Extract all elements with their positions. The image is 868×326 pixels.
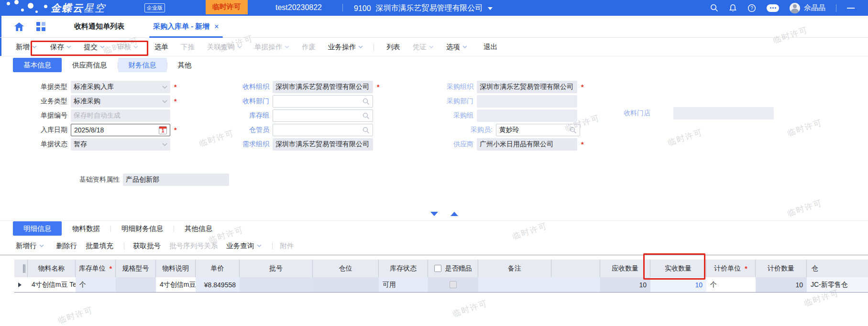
recv-dept-lookup[interactable] bbox=[273, 95, 373, 108]
cell-is-gift[interactable] bbox=[428, 277, 478, 292]
cell-recv-qty[interactable]: 10 bbox=[600, 277, 650, 292]
assistant-icon[interactable] bbox=[767, 4, 779, 12]
voucher-button[interactable]: 凭证 bbox=[413, 43, 434, 52]
field-label[interactable]: 收料组织 bbox=[206, 83, 273, 91]
col-actual-qty[interactable]: 实收数量 bbox=[650, 260, 706, 277]
user-menu[interactable]: 佘晶晶 bbox=[790, 3, 825, 13]
col-price-qty[interactable]: 计价数量 bbox=[756, 260, 807, 277]
grid-data-row[interactable]: 4寸创信m豆 Test 个 4寸创信m豆 Test ¥8.849558 可用 1… bbox=[14, 277, 868, 293]
cell-spec-model[interactable] bbox=[116, 277, 156, 292]
field-label[interactable]: 需求组织 bbox=[206, 140, 273, 149]
search-icon[interactable] bbox=[363, 112, 370, 120]
biz-query-button[interactable]: 业务查询 bbox=[227, 241, 262, 250]
col-recv-qty[interactable]: 应收数量 bbox=[600, 260, 650, 277]
calendar-icon[interactable]: 1 bbox=[159, 126, 167, 134]
search-icon[interactable] bbox=[710, 4, 718, 12]
col-stock-status[interactable]: 库存状态 bbox=[379, 260, 428, 277]
checkbox[interactable] bbox=[434, 265, 441, 272]
inbound-date-input[interactable]: 2025/8/18 1 bbox=[71, 124, 170, 136]
chevron-down-icon[interactable] bbox=[66, 45, 71, 48]
field-label[interactable]: 供应商 bbox=[411, 140, 477, 149]
field-label[interactable]: 采购员: bbox=[411, 126, 496, 134]
cell-remark[interactable] bbox=[478, 277, 551, 292]
biz-type-select[interactable]: 标准采购 bbox=[71, 95, 170, 108]
chevron-down-icon[interactable] bbox=[462, 45, 467, 48]
tab-detail-finance-info[interactable]: 明细财务信息 bbox=[111, 221, 174, 236]
chevron-down-icon[interactable] bbox=[257, 244, 262, 247]
attachment-button[interactable]: 附件 bbox=[280, 241, 294, 250]
col-remark[interactable]: 备注 bbox=[478, 260, 551, 277]
tab-detail-info[interactable]: 明细信息 bbox=[13, 221, 62, 236]
doc-operations-button[interactable]: 单据操作 bbox=[254, 43, 289, 52]
delete-row-button[interactable]: 删除行 bbox=[56, 241, 77, 250]
col-bin[interactable]: 仓位 bbox=[313, 260, 379, 277]
options-button[interactable]: 选项 bbox=[446, 43, 467, 52]
audit-button[interactable]: 审核 bbox=[117, 43, 138, 52]
save-button[interactable]: 保存 bbox=[50, 43, 71, 52]
tab-other-info[interactable]: 其他信息 bbox=[174, 221, 223, 236]
notification-bell-icon[interactable] bbox=[729, 4, 737, 12]
submit-button[interactable]: 提交 bbox=[84, 43, 105, 52]
void-button[interactable]: 作废 bbox=[302, 43, 316, 52]
close-tab-icon[interactable]: × bbox=[214, 22, 219, 31]
cell-price-qty[interactable]: 10 bbox=[756, 277, 807, 292]
doc-status-select[interactable]: 暂存 bbox=[71, 138, 170, 151]
help-icon[interactable]: ? bbox=[747, 4, 756, 12]
chevron-down-icon[interactable] bbox=[32, 45, 37, 48]
cell-batch-no[interactable] bbox=[240, 277, 313, 292]
cell-material-desc[interactable]: 4寸创信m豆 Test bbox=[156, 277, 196, 292]
list-button[interactable]: 列表 bbox=[386, 43, 400, 52]
col-unit-price[interactable]: 单价 bbox=[196, 260, 240, 277]
tab-material-data[interactable]: 物料数据 bbox=[62, 221, 110, 236]
col-price-unit[interactable]: 计价单位* bbox=[706, 260, 756, 277]
purchaser-lookup[interactable]: 黄妙玲 bbox=[496, 124, 580, 136]
collapse-down-icon[interactable] bbox=[430, 212, 438, 216]
minimize-icon[interactable]: — bbox=[847, 4, 855, 12]
tab-other[interactable]: 其他 bbox=[167, 58, 202, 72]
chevron-down-icon[interactable] bbox=[358, 45, 363, 48]
stock-keeper-lookup[interactable] bbox=[273, 124, 373, 136]
exit-button[interactable]: 退出 bbox=[483, 43, 497, 52]
field-label[interactable]: 采购部门 bbox=[411, 97, 477, 106]
stock-group-lookup[interactable] bbox=[273, 109, 373, 122]
col-material-desc[interactable]: 物料说明 bbox=[156, 260, 196, 277]
page-tab-purchase-inbound-new[interactable]: 采购入库单 - 新增 × bbox=[153, 22, 219, 31]
cell-actual-qty[interactable]: 10 bbox=[650, 277, 706, 292]
cell-bin[interactable] bbox=[313, 277, 379, 292]
field-label[interactable]: 库存组 bbox=[206, 111, 273, 120]
col-stock-unit[interactable]: 库存单位* bbox=[76, 260, 116, 277]
col-batch-no[interactable]: 批号 bbox=[240, 260, 313, 277]
batch-fill-button[interactable]: 批量填充 bbox=[86, 241, 113, 250]
chevron-down-icon[interactable] bbox=[100, 45, 105, 48]
cell-stock-status[interactable]: 可用 bbox=[379, 277, 428, 292]
cell-material-name[interactable]: 4寸创信m豆 Test bbox=[28, 277, 76, 292]
col-is-gift[interactable]: 是否赠品 bbox=[428, 260, 478, 277]
push-down-button[interactable]: 下推 bbox=[181, 43, 195, 52]
doc-type-select[interactable]: 标准采购入库 bbox=[71, 81, 170, 93]
add-row-button[interactable]: 新增行 bbox=[16, 241, 44, 250]
tab-supplier-info[interactable]: 供应商信息 bbox=[62, 58, 118, 72]
new-button[interactable]: 新增 bbox=[16, 43, 37, 52]
page-tab-receipt-notice-list[interactable]: 收料通知单列表 bbox=[74, 22, 124, 31]
col-material-name[interactable]: 物料名称 bbox=[28, 260, 76, 277]
col-warehouse[interactable]: 仓 bbox=[807, 260, 868, 277]
search-icon[interactable] bbox=[363, 127, 370, 134]
cell-unit-price[interactable]: ¥8.849558 bbox=[196, 277, 240, 292]
home-icon[interactable] bbox=[14, 22, 24, 31]
field-label[interactable]: 采购组 bbox=[411, 111, 477, 120]
cell-price-unit[interactable]: 个 bbox=[706, 277, 756, 292]
checkbox[interactable] bbox=[450, 281, 457, 288]
select-order-button[interactable]: 选单 bbox=[154, 43, 168, 52]
search-icon[interactable] bbox=[570, 127, 577, 134]
get-batch-no-button[interactable]: 获取批号 bbox=[133, 241, 161, 250]
cell-stock-unit[interactable]: 个 bbox=[76, 277, 116, 292]
search-icon[interactable] bbox=[363, 98, 370, 105]
org-switcher[interactable]: 9100 深圳市满乐艺贸易管理有限公司 bbox=[354, 3, 493, 13]
related-query-button[interactable]: 关联查询 bbox=[207, 43, 242, 52]
tab-finance-info[interactable]: 财务信息 bbox=[118, 58, 167, 72]
collapse-up-icon[interactable] bbox=[450, 212, 458, 216]
cell-warehouse[interactable]: JC-新零售仓 bbox=[807, 277, 868, 292]
field-label[interactable]: 仓管员 bbox=[206, 126, 273, 134]
field-label[interactable]: 收料门店 bbox=[615, 109, 650, 118]
biz-operations-button[interactable]: 业务操作 bbox=[328, 43, 363, 52]
